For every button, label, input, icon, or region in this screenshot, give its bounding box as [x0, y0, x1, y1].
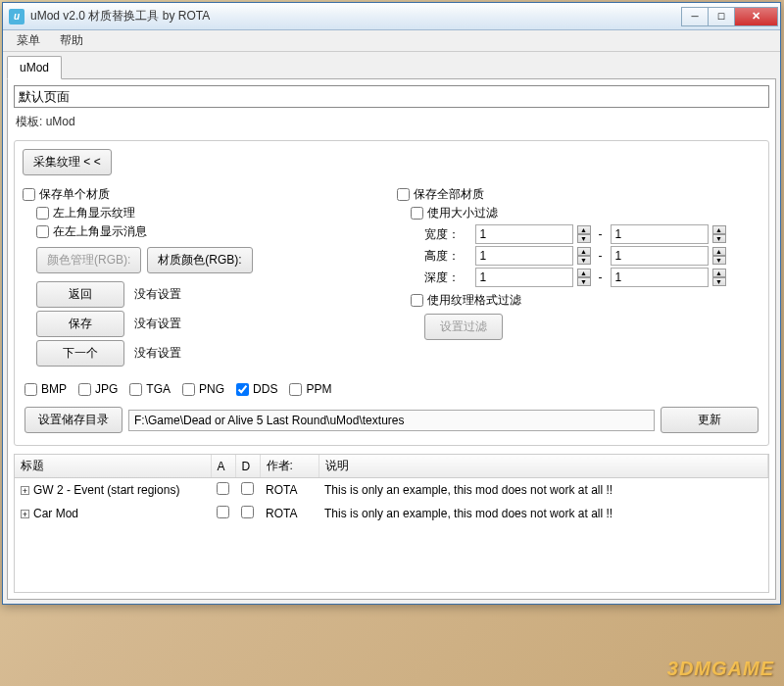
lbl-size-filter: 使用大小过滤 — [427, 205, 498, 221]
depth-max-spin[interactable]: ▲▼ — [712, 269, 726, 286]
color-mgr-button: 颜色管理(RGB): — [36, 247, 141, 273]
chk-save-all[interactable] — [397, 188, 410, 201]
set-filter-button: 设置过滤 — [424, 314, 503, 340]
menubar: 菜单 帮助 — [3, 30, 780, 52]
row-d-chk[interactable] — [241, 506, 254, 518]
lbl-show-tex-tl: 左上角显示纹理 — [53, 205, 135, 221]
chk-save-single[interactable] — [23, 188, 35, 201]
lbl-save-all: 保存全部材质 — [414, 186, 484, 203]
lbl-width: 宽度： — [424, 226, 471, 243]
height-max-spin[interactable]: ▲▼ — [712, 247, 726, 265]
width-max[interactable] — [611, 224, 709, 244]
save-dir-input[interactable] — [128, 410, 655, 431]
depth-min-spin[interactable]: ▲▼ — [577, 269, 591, 286]
tab-page: 模板: uMod 采集纹理 < < 保存单个材质 左上角显示纹理 在左上角显示消… — [7, 78, 776, 600]
width-min-spin[interactable]: ▲▼ — [577, 225, 591, 243]
table-row[interactable]: +GW 2 - Event (start regions) ROTA This … — [15, 478, 768, 503]
app-window: u uMod v2.0 材质替换工具 by ROTA 菜单 帮助 uMod 模板… — [2, 2, 781, 605]
tab-umod[interactable]: uMod — [7, 56, 62, 79]
minimize-button[interactable] — [681, 7, 709, 26]
next-button[interactable]: 下一个 — [36, 340, 124, 367]
titlebar[interactable]: u uMod v2.0 材质替换工具 by ROTA — [3, 3, 780, 30]
close-button[interactable] — [734, 7, 778, 26]
next-status: 没有设置 — [134, 345, 181, 362]
expand-icon[interactable]: + — [21, 510, 29, 518]
col-d[interactable]: D — [235, 455, 260, 478]
save-button[interactable]: 保存 — [36, 311, 124, 337]
row-a-chk[interactable] — [217, 506, 229, 518]
app-icon: u — [9, 9, 24, 24]
client-area: uMod 模板: uMod 采集纹理 < < 保存单个材质 左上角显示纹理 在左… — [3, 52, 780, 604]
format-row: BMP JPG TGA PNG DDS PPM — [23, 375, 760, 403]
right-column: 保存全部材质 使用大小过滤 宽度： ▲▼ - ▲▼ — [397, 185, 761, 369]
depth-max[interactable] — [611, 268, 709, 287]
chk-show-msg-tl[interactable] — [36, 225, 49, 238]
watermark: 3DMGAME — [667, 658, 774, 680]
save-status: 没有设置 — [134, 316, 181, 332]
col-title[interactable]: 标题 — [15, 455, 211, 478]
default-page-input[interactable] — [14, 85, 769, 108]
chk-show-tex-tl[interactable] — [36, 207, 49, 220]
lbl-depth: 深度： — [424, 270, 471, 286]
mod-list: 标题 A D 作者: 说明 +GW 2 - Event (start regio… — [14, 454, 769, 593]
height-min-spin[interactable]: ▲▼ — [577, 247, 591, 265]
col-desc[interactable]: 说明 — [318, 455, 768, 478]
tex-color-button[interactable]: 材质颜色(RGB): — [147, 247, 252, 273]
chk-tga[interactable] — [129, 383, 142, 396]
chk-size-filter[interactable] — [411, 207, 423, 220]
width-max-spin[interactable]: ▲▼ — [712, 225, 726, 243]
lbl-fmt-filter: 使用纹理格式过滤 — [427, 292, 521, 309]
lbl-show-msg-tl: 在左上角显示消息 — [53, 223, 147, 240]
chk-fmt-filter[interactable] — [411, 294, 423, 307]
table-row[interactable]: +Car Mod ROTA This is only an example, t… — [15, 502, 768, 525]
col-author[interactable]: 作者: — [260, 455, 318, 478]
chk-png[interactable] — [182, 383, 195, 396]
back-status: 没有设置 — [134, 286, 181, 303]
menu-main[interactable]: 菜单 — [7, 29, 50, 52]
left-column: 保存单个材质 左上角显示纹理 在左上角显示消息 颜色管理(RGB): 材质颜色(… — [23, 185, 387, 369]
height-max[interactable] — [611, 246, 709, 266]
lbl-save-single: 保存单个材质 — [39, 186, 110, 203]
chk-ppm[interactable] — [289, 383, 302, 396]
width-min[interactable] — [475, 224, 573, 244]
depth-min[interactable] — [475, 268, 573, 287]
main-group: 采集纹理 < < 保存单个材质 左上角显示纹理 在左上角显示消息 颜色管理(RG… — [14, 140, 769, 446]
lbl-height: 高度： — [424, 248, 471, 265]
height-min[interactable] — [475, 246, 573, 266]
chk-bmp[interactable] — [24, 383, 37, 396]
row-d-chk[interactable] — [241, 482, 254, 495]
update-button[interactable]: 更新 — [661, 407, 759, 433]
collect-textures-button[interactable]: 采集纹理 < < — [23, 149, 112, 175]
chk-jpg[interactable] — [78, 383, 91, 396]
set-dir-button[interactable]: 设置储存目录 — [24, 407, 122, 433]
col-a[interactable]: A — [211, 455, 235, 478]
template-label: 模板: uMod — [14, 112, 769, 136]
window-title: uMod v2.0 材质替换工具 by ROTA — [30, 8, 682, 24]
expand-icon[interactable]: + — [21, 486, 29, 495]
chk-dds[interactable] — [236, 383, 249, 396]
maximize-button[interactable] — [708, 7, 735, 26]
menu-help[interactable]: 帮助 — [50, 29, 93, 52]
row-a-chk[interactable] — [217, 482, 229, 495]
back-button[interactable]: 返回 — [36, 281, 124, 308]
